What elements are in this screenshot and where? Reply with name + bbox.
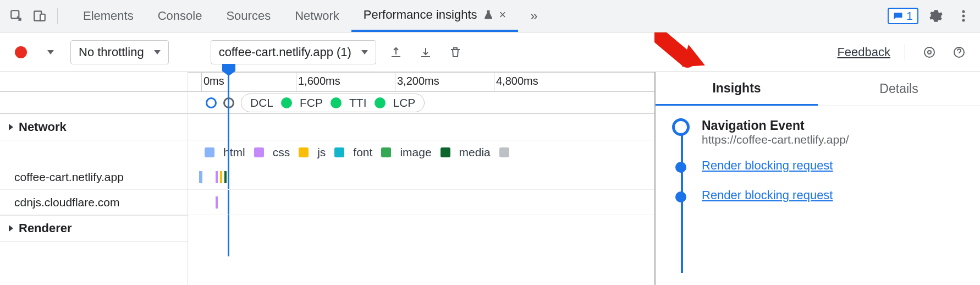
insight-navigation-event[interactable]: Navigation Event https://coffee-cart.net… [672, 118, 980, 146]
svg-point-6 [928, 51, 931, 54]
annotation-arrow-icon [654, 32, 715, 76]
feedback-link[interactable]: Feedback [837, 45, 890, 59]
ruler-tick-label: 4,800ms [496, 75, 538, 87]
session-select[interactable]: coffee-cart.netlify.app (1) [211, 40, 376, 64]
throttling-label: No throttling [79, 45, 144, 59]
export-icon[interactable] [386, 42, 406, 62]
marker-label: LCP [393, 96, 416, 109]
record-button[interactable] [11, 42, 31, 62]
message-icon [893, 11, 903, 21]
timeline-node-icon [675, 162, 686, 173]
tab-network[interactable]: Network [283, 0, 351, 32]
svg-point-5 [962, 19, 965, 22]
renderer-pane-header[interactable]: Renderer [0, 215, 188, 242]
divider [905, 44, 905, 61]
network-pane-header[interactable]: Network [0, 114, 188, 140]
nav-event-url: https://coffee-cart.netlify.app/ [702, 133, 849, 146]
legend-swatch [441, 147, 450, 157]
divider [57, 8, 58, 24]
marker-label: FCP [300, 96, 323, 109]
issues-count: 1 [906, 9, 913, 23]
legend-swatch [205, 147, 214, 157]
timeline-node-icon [675, 191, 686, 202]
chevron-down-icon [154, 50, 161, 54]
legend-swatch [299, 147, 309, 157]
render-blocking-link[interactable]: Render blocking request [702, 188, 833, 206]
dot-icon [375, 97, 386, 108]
milestone-row: DCL FCP TTI LCP [188, 92, 654, 114]
chevron-right-icon [9, 124, 13, 130]
ruler-tick-label: 3,200ms [397, 75, 439, 87]
kebab-menu-icon[interactable] [954, 6, 973, 26]
chevron-down-icon [361, 50, 368, 54]
issues-counter[interactable]: 1 [888, 8, 918, 24]
ruler-tick-label: 1,600ms [298, 75, 340, 87]
left-panel: Network coffee-cart.netlify.app cdnjs.cl… [0, 72, 188, 285]
session-label: coffee-cart.netlify.app (1) [219, 45, 351, 59]
insight-item[interactable]: Render blocking request [672, 158, 980, 176]
network-host-row[interactable]: cdnjs.cloudflare.com [0, 190, 188, 215]
ruler-tick-label: 0ms [203, 75, 224, 87]
settings-icon[interactable] [926, 6, 946, 26]
device-toolbar-icon[interactable] [30, 6, 49, 26]
devtools-tabbar: Elements Console Sources Network Perform… [0, 0, 980, 32]
tab-details[interactable]: Details [818, 72, 980, 106]
close-tab-button[interactable]: × [499, 8, 506, 22]
delete-icon[interactable] [445, 42, 465, 62]
legend-swatch [334, 147, 344, 157]
timeline-panel[interactable]: 0ms 1,600ms 3,200ms 4,800ms DCL FCP TTI … [188, 72, 656, 285]
tab-sources[interactable]: Sources [214, 0, 283, 32]
svg-point-3 [962, 10, 965, 13]
nav-event-title: Navigation Event [702, 118, 849, 133]
time-ruler[interactable]: 0ms 1,600ms 3,200ms 4,800ms [188, 72, 654, 92]
tab-insights[interactable]: Insights [656, 72, 818, 106]
legend-swatch [254, 147, 264, 157]
tab-elements[interactable]: Elements [71, 0, 146, 32]
insight-item[interactable]: Render blocking request [672, 188, 980, 206]
timeline-node-icon [672, 118, 690, 136]
marker-label: TTI [349, 96, 367, 109]
tabs-overflow-button[interactable]: » [518, 0, 549, 32]
flask-icon [483, 9, 494, 20]
dot-icon [281, 97, 292, 108]
network-host-row[interactable]: coffee-cart.netlify.app [0, 165, 188, 190]
chevron-right-icon [9, 225, 13, 232]
origin-circle-icon [206, 97, 217, 108]
resource-legend: html css js font image media [188, 140, 654, 165]
dot-icon [331, 97, 342, 108]
import-icon[interactable] [416, 42, 436, 62]
panel-settings-icon[interactable] [920, 42, 939, 62]
render-blocking-link[interactable]: Render blocking request [702, 158, 833, 176]
legend-swatch [381, 147, 391, 157]
svg-point-7 [924, 47, 934, 57]
marker-label: DCL [250, 96, 273, 109]
throttling-select[interactable]: No throttling [70, 40, 169, 64]
playhead-line [228, 64, 229, 256]
svg-point-4 [962, 15, 965, 18]
legend-swatch [499, 147, 509, 157]
insights-toolbar: No throttling coffee-cart.netlify.app (1… [0, 32, 980, 72]
tab-performance-insights[interactable]: Performance insights × [351, 0, 519, 32]
tab-console[interactable]: Console [146, 0, 214, 32]
insights-panel: Insights Details Navigation Event https:… [656, 72, 980, 285]
inspect-element-icon[interactable] [7, 6, 26, 26]
help-icon[interactable] [949, 42, 969, 62]
svg-rect-2 [40, 14, 45, 21]
record-options-dropdown[interactable] [41, 42, 60, 62]
